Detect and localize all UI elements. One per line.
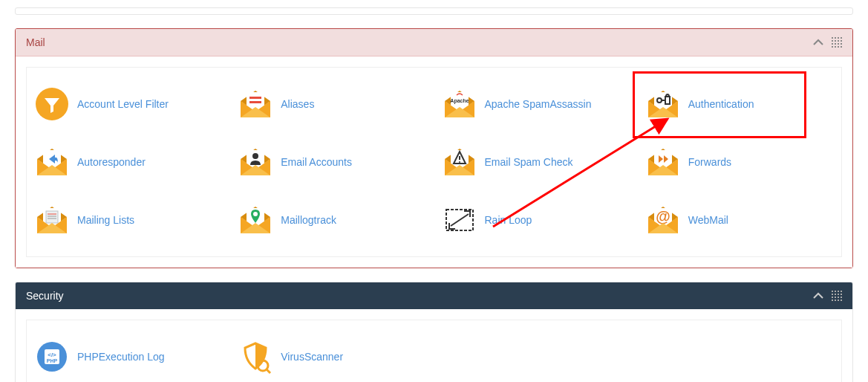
mail-panel-inner: Account Level Filter Aliases Apache Apac… bbox=[26, 67, 842, 257]
chevron-up-icon[interactable] bbox=[812, 39, 824, 46]
webmail-item[interactable]: @ WebMail bbox=[638, 191, 841, 249]
reply-icon bbox=[34, 144, 70, 180]
mail-panel-title: Mail bbox=[26, 36, 45, 48]
mail-panel: Mail Account Level Filter Aliases bbox=[15, 28, 853, 268]
svg-text:Apache: Apache bbox=[450, 98, 469, 104]
mail-panel-header[interactable]: Mail bbox=[16, 29, 852, 56]
authentication-item[interactable]: Authentication bbox=[638, 75, 841, 133]
lock-icon bbox=[645, 86, 681, 122]
aliases-icon bbox=[238, 86, 273, 122]
item-label: Authentication bbox=[688, 98, 754, 110]
security-panel-body: </>PHP PHPExecution Log VirusScanner bbox=[16, 309, 852, 382]
apache-spamassassin-item[interactable]: Apache Apache SpamAssassin bbox=[434, 75, 638, 133]
svg-point-22 bbox=[253, 212, 258, 216]
item-label: Apache SpamAssassin bbox=[485, 98, 592, 110]
item-label: Account Level Filter bbox=[77, 98, 169, 110]
rainloop-icon bbox=[442, 202, 477, 238]
item-label: Aliases bbox=[281, 98, 314, 110]
security-header-controls bbox=[812, 291, 842, 301]
chevron-up-icon[interactable] bbox=[812, 292, 824, 300]
item-label: Mailing Lists bbox=[77, 214, 134, 226]
pin-icon bbox=[238, 202, 273, 238]
item-label: Forwards bbox=[688, 156, 731, 168]
item-label: Autoresponder bbox=[77, 156, 146, 168]
mailing-lists-item[interactable]: Mailing Lists bbox=[27, 191, 230, 249]
item-label: VirusScanner bbox=[281, 351, 343, 363]
security-items-grid: </>PHP PHPExecution Log VirusScanner bbox=[27, 328, 841, 382]
item-label: Email Accounts bbox=[281, 156, 352, 168]
svg-point-11 bbox=[252, 153, 258, 159]
grip-icon[interactable] bbox=[832, 37, 842, 48]
warning-icon bbox=[442, 144, 477, 180]
security-panel: Security </>PHP PHPExecution Log VirusSc… bbox=[15, 282, 853, 382]
item-label: Rain Loop bbox=[485, 214, 532, 226]
forwards-item[interactable]: Forwards bbox=[638, 133, 841, 191]
security-panel-inner: </>PHP PHPExecution Log VirusScanner bbox=[26, 320, 842, 382]
person-icon bbox=[238, 144, 273, 180]
security-panel-title: Security bbox=[26, 290, 64, 302]
email-spam-check-item[interactable]: Email Spam Check bbox=[434, 133, 638, 191]
item-label: PHPExecution Log bbox=[77, 351, 165, 363]
security-panel-header[interactable]: Security bbox=[16, 282, 852, 309]
item-label: Maillogtrack bbox=[281, 214, 336, 226]
php-icon: </>PHP bbox=[34, 339, 70, 375]
svg-line-33 bbox=[267, 369, 270, 373]
list-icon bbox=[34, 202, 70, 238]
svg-text:@: @ bbox=[656, 208, 670, 224]
svg-rect-2 bbox=[249, 97, 261, 99]
phpexecution-log-item[interactable]: </>PHP PHPExecution Log bbox=[27, 328, 230, 382]
svg-rect-3 bbox=[249, 101, 261, 103]
grip-icon[interactable] bbox=[832, 291, 842, 301]
apache-icon: Apache bbox=[442, 86, 477, 122]
autoresponder-item[interactable]: Autoresponder bbox=[27, 133, 230, 191]
svg-rect-17 bbox=[46, 211, 58, 223]
at-icon: @ bbox=[645, 202, 681, 238]
shield-icon bbox=[238, 339, 273, 375]
mail-items-grid: Account Level Filter Aliases Apache Apac… bbox=[27, 75, 841, 249]
funnel-icon bbox=[34, 86, 70, 122]
forward-icon bbox=[645, 144, 681, 180]
account-level-filter-item[interactable]: Account Level Filter bbox=[27, 75, 230, 133]
mail-header-controls bbox=[812, 37, 842, 48]
item-label: Email Spam Check bbox=[485, 156, 573, 168]
svg-text:</>: </> bbox=[48, 352, 56, 358]
maillogtrack-item[interactable]: Maillogtrack bbox=[230, 191, 434, 249]
virus-scanner-item[interactable]: VirusScanner bbox=[230, 328, 434, 382]
mail-panel-body: Account Level Filter Aliases Apache Apac… bbox=[16, 56, 852, 268]
svg-text:PHP: PHP bbox=[47, 358, 58, 363]
collapsed-panel-above bbox=[15, 7, 853, 15]
rain-loop-item[interactable]: Rain Loop bbox=[434, 191, 638, 249]
aliases-item[interactable]: Aliases bbox=[230, 75, 434, 133]
svg-point-14 bbox=[459, 161, 460, 163]
email-accounts-item[interactable]: Email Accounts bbox=[230, 133, 434, 191]
item-label: WebMail bbox=[688, 214, 728, 226]
